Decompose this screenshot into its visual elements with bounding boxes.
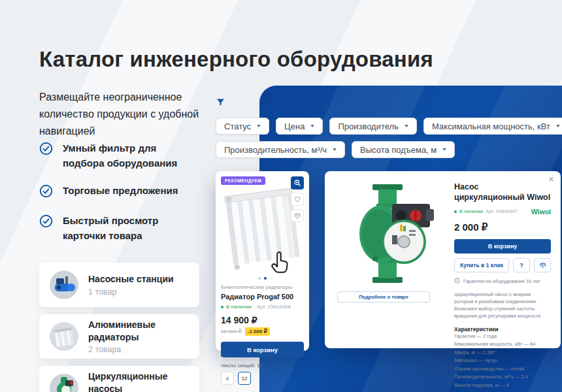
add-to-cart-button[interactable]: В корзину [221,342,304,357]
category-card-circulation-pumps[interactable]: Циркуляционные насосы 2 товара [39,366,199,392]
product-card-radiator[interactable]: РЕКОМЕНДУЕМ Биметаллические ра [216,171,309,351]
pump-product-image [335,182,445,286]
spec-line: Максимальная мощность, кВт — 84 [454,340,551,349]
feature-list: Умный фильтр для подбора оборудования То… [39,141,203,256]
chevron-down-icon [405,125,408,127]
filter-row-2: Производительность, м³/ч Высота подъема,… [216,141,455,158]
product-detail-info: Насос циркуляционный Wiwol В наличии Арт… [454,182,551,390]
old-price-row: 15 900 ₽ -1 000 ₽ [221,327,304,336]
check-circle-icon [39,184,53,201]
compare-icon[interactable] [534,258,551,272]
pump-station-thumb [50,270,78,299]
quick-view-modal: × Подробнее о товаре [325,171,561,348]
detail-availability-row: В наличии Арт. 54840847 Wiwol [454,208,551,216]
category-card-aluminum-radiators[interactable]: Алюминиевые радиаторы 2 товара [39,314,199,359]
filter-funnel-icon[interactable] [216,97,225,110]
filter-chip-label: Производитель [338,122,399,131]
filter-chip-label: Высота подъема, м [360,145,437,155]
page-title: Каталог инженерного оборудования [39,47,536,72]
feature-label: Умный фильтр для подбора оборудования [63,141,184,171]
check-circle-icon [39,142,53,158]
filter-chip-status[interactable]: Статус [216,118,269,135]
category-count: 1 товар [88,287,174,297]
in-stock-dot-icon [221,306,223,308]
in-stock-dot-icon [454,210,457,213]
product-sku: Арт. 15616406 [257,304,291,310]
chevron-down-icon [257,125,261,127]
availability-row: В наличии Арт. 15616406 [221,304,304,310]
filter-row-1: Статус Цена Производитель Максимальная м… [216,118,562,135]
detail-product-sku: Арт. 54840847 [486,208,518,214]
compare-icon[interactable] [291,209,304,222]
feature-label: Быстрый просмотр карточки товара [63,214,174,243]
feature-item: Торговые предложения [39,184,203,201]
filter-chip-max-power[interactable]: Максимальная мощность, кВт [423,118,562,135]
quick-view-button[interactable] [291,176,304,189]
circulation-pump-thumb [50,374,78,392]
discount-badge: -1 000 ₽ [245,327,270,336]
section-options: 8 12 [221,372,304,385]
category-card-pump-stations[interactable]: Насосные станции 1 товар [39,263,199,307]
product-title: Радиатор Progaf 500 [221,293,304,301]
warranty-row: Гарантия на оборудование 10 лет [454,278,551,285]
section-option-12[interactable]: 12 [238,372,251,385]
spec-line: Гарантия — 2 года [454,333,551,341]
pagination-dot-active[interactable] [264,277,267,280]
filter-chip-price[interactable]: Цена [276,118,323,135]
product-card-actions [291,176,304,222]
spec-line: Страна производства — Китай [454,365,551,374]
specs-title: Характеристики [454,326,551,333]
filter-chip-manufacturer[interactable]: Производитель [329,118,417,135]
filter-chip-label: Производительность, м³/ч [224,145,327,155]
category-count: 2 товара [88,345,189,354]
old-price: 15 900 ₽ [221,329,242,335]
detail-product-title: Насос циркуляционный Wiwol [454,182,551,203]
filter-chip-label: Цена [284,122,305,131]
filter-chip-lift-height[interactable]: Высота подъема, м [352,141,455,158]
chevron-down-icon [442,148,446,151]
hand-cursor-icon [269,251,291,278]
filter-chip-capacity[interactable]: Производительность, м³/ч [216,141,345,158]
spec-line: Материал — Чугун [454,357,551,365]
favorite-icon[interactable] [291,193,304,206]
product-category: Биметаллические радиаторы [221,284,304,290]
secondary-actions-row: Купить в 1 клик ? [454,258,551,272]
chevron-down-icon [333,148,337,151]
category-title: Циркуляционные насосы [88,370,189,392]
feature-item: Умный фильтр для подбора оборудования [39,141,203,171]
product-price: 14 900 ₽ [221,315,304,325]
feature-item: Быстрый просмотр карточки товара [39,214,203,243]
filter-chip-label: Максимальная мощность, кВт [432,122,550,131]
pagination-dot[interactable] [258,277,261,280]
brand-logo: Wiwol [531,208,551,216]
question-button[interactable]: ? [513,258,530,272]
radiator-thumb [50,322,78,351]
product-description: Циркуляционный насос с мокрым ротором и … [454,291,551,320]
specs-list: Гарантия — 2 года Максимальная мощность,… [454,333,551,390]
more-about-product-button[interactable]: Подробнее о товаре [337,291,430,302]
recommended-badge: РЕКОМЕНДУЕМ [221,176,265,185]
buy-one-click-button[interactable]: Купить в 1 клик [454,258,509,272]
check-circle-icon [39,214,53,231]
chevron-down-icon [310,125,314,127]
feature-label: Торговые предложения [63,184,178,199]
category-title: Насосные станции [88,273,174,285]
availability-label: В наличии [226,304,252,310]
detail-add-to-cart-button[interactable]: В корзину [454,239,551,253]
info-icon [454,278,460,285]
filter-chip-label: Статус [224,122,251,131]
warranty-label: Гарантия на оборудование 10 лет [463,278,540,284]
availability-label: В наличии [459,208,483,214]
image-pagination-dots [221,277,304,280]
detail-product-price: 2 000 ₽ [454,221,551,233]
spec-line: Производительность, м³/ч — 2.4 [454,373,551,382]
spec-line: Высота подъема, м — 4 [454,382,551,390]
category-title: Алюминиевые радиаторы [88,319,189,342]
intro-text: Размещайте неограниченное количество про… [39,89,204,140]
spec-line: Масса, кг — 2.387 [454,349,551,357]
category-list: Насосные станции 1 товар Алюминиевые рад… [39,263,199,392]
section-option-8[interactable]: 8 [221,372,234,385]
chevron-down-icon [556,125,560,127]
sections-label: Число секций: 12 [221,363,304,368]
